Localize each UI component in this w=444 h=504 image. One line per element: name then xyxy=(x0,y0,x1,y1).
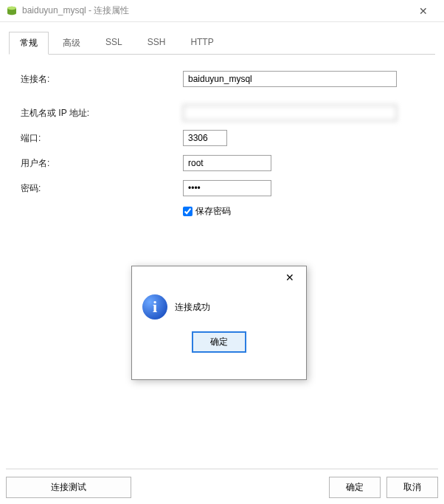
label-save-password: 保存密码 xyxy=(195,205,231,218)
tab-http[interactable]: HTTP xyxy=(179,32,224,55)
label-port: 端口: xyxy=(21,132,183,145)
form-area: 连接名: 主机名或 IP 地址: 端口: 用户名: 密码: 保存密码 xyxy=(9,66,435,291)
tab-general[interactable]: 常规 xyxy=(9,32,49,55)
bottom-bar: 连接测试 确定 取消 xyxy=(6,469,438,498)
db-icon xyxy=(6,5,18,17)
tab-ssl[interactable]: SSL xyxy=(94,32,133,55)
tab-advanced[interactable]: 高级 xyxy=(52,32,91,55)
popup-titlebar: ✕ xyxy=(132,266,306,289)
titlebar: baiduyun_mysql - 连接属性 ✕ xyxy=(0,0,444,22)
row-user: 用户名: xyxy=(21,155,423,171)
window-close-icon[interactable]: ✕ xyxy=(409,5,438,17)
checkbox-save-password[interactable] xyxy=(183,207,192,216)
label-user: 用户名: xyxy=(21,157,183,170)
popup-close-icon[interactable]: ✕ xyxy=(277,269,303,286)
test-connection-button[interactable]: 连接测试 xyxy=(6,477,131,498)
svg-point-1 xyxy=(7,6,16,9)
popup-message: 连接成功 xyxy=(175,301,210,314)
row-host: 主机名或 IP 地址: xyxy=(21,105,423,121)
row-password: 密码: xyxy=(21,180,423,196)
tab-ssh[interactable]: SSH xyxy=(136,32,177,55)
ok-button[interactable]: 确定 xyxy=(329,477,381,498)
label-password: 密码: xyxy=(21,182,183,195)
row-port: 端口: xyxy=(21,130,423,146)
label-host: 主机名或 IP 地址: xyxy=(21,107,183,120)
popup-ok-button[interactable]: 确定 xyxy=(192,331,246,353)
input-conn-name[interactable] xyxy=(183,71,397,87)
label-conn-name: 连接名: xyxy=(21,73,183,86)
row-conn-name: 连接名: xyxy=(21,71,423,87)
popup-dialog: ✕ i 连接成功 确定 xyxy=(131,266,307,380)
window-title: baiduyun_mysql - 连接属性 xyxy=(22,4,409,17)
content-area: 常规 高级 SSL SSH HTTP 连接名: 主机名或 IP 地址: 端口: … xyxy=(0,22,444,504)
input-port[interactable] xyxy=(183,130,227,146)
popup-footer: 确定 xyxy=(132,331,306,360)
row-save-password: 保存密码 xyxy=(183,205,423,218)
input-password[interactable] xyxy=(183,180,271,196)
popup-body: i 连接成功 xyxy=(132,289,306,331)
input-host[interactable] xyxy=(183,105,397,121)
info-icon: i xyxy=(142,294,167,320)
tab-bar: 常规 高级 SSL SSH HTTP xyxy=(9,31,435,55)
cancel-button[interactable]: 取消 xyxy=(386,477,438,498)
input-user[interactable] xyxy=(183,155,271,171)
